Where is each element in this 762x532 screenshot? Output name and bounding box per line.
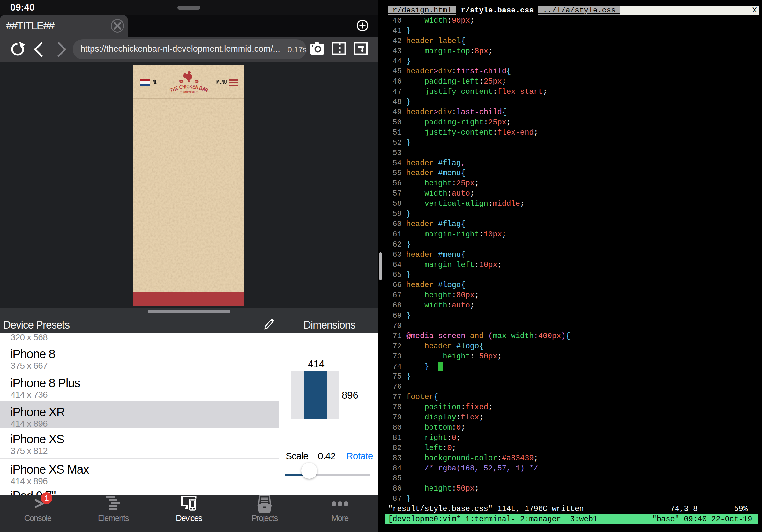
- svg-text:2019: 2019: [195, 80, 198, 82]
- svg-text:EST.: EST.: [179, 80, 183, 82]
- svg-text:ROTISSERIE: ROTISSERIE: [183, 90, 195, 94]
